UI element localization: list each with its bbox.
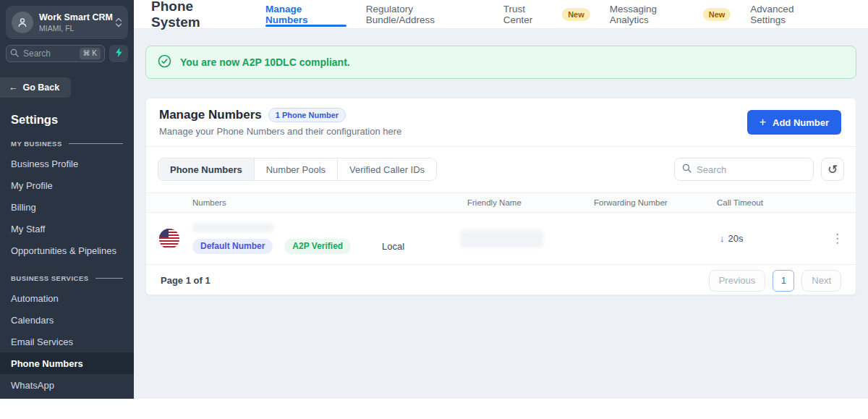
call-timeout-value: ↓ 20s [704,233,827,244]
tab-number-pools[interactable]: Number Pools [255,158,338,180]
refresh-button[interactable]: ↺ [821,158,844,181]
sidebar-search-input[interactable]: Search ⌘ K [6,45,105,62]
tab-trust-center[interactable]: Trust Center New [503,0,590,29]
sidebar: Work Smart CRM MIAMI, FL Search ⌘ K ← Go… [0,0,134,399]
search-icon [682,163,692,176]
header-tabs: Manage Numbers Regulatory Bundle/Address… [265,0,851,29]
sidebar-item-opportunities-pipelines[interactable]: Opportunities & Pipelines [0,240,134,261]
arrow-left-icon: ← [9,82,18,93]
sidebar-item-whatsapp[interactable]: WhatsApp [0,374,134,396]
table-search [674,158,814,181]
section-label-business-services: BUSINESS SERVICES [11,274,123,282]
go-back-label: Go Back [23,82,60,93]
card-subtitle: Manage your Phone Numbers and their conf… [159,126,401,137]
table-search-input[interactable] [697,164,806,175]
refresh-icon: ↺ [827,164,838,176]
compliance-success-banner: You are now A2P 10DLC compliant. [145,46,856,79]
new-badge: New [562,8,590,21]
pagination: Page 1 of 1 Previous 1 Next [146,265,856,295]
new-badge: New [703,8,731,21]
page-bottom [0,399,868,419]
topbar: Phone System Manage Numbers Regulatory B… [134,0,868,29]
sidebar-item-billing[interactable]: Billing [0,196,134,218]
tab-advanced-settings[interactable]: Advanced Settings [750,0,831,29]
section-label-my-business: MY BUSINESS [11,140,123,148]
sidebar-item-phone-numbers[interactable]: Phone Numbers [0,352,134,374]
card-header: Manage Numbers 1 Phone Number Manage you… [146,98,856,147]
page-number-button[interactable]: 1 [773,270,794,292]
sidebar-search-placeholder: Search [23,48,75,59]
column-forwarding-number: Forwarding Number [581,198,704,207]
page-title: Phone System [151,0,245,30]
settings-title: Settings [11,113,134,127]
default-number-badge: Default Number [192,239,273,254]
sidebar-item-business-profile[interactable]: Business Profile [0,153,134,174]
tab-verified-caller-ids[interactable]: Verified Caller IDs [338,158,436,180]
us-flag-icon [159,229,179,249]
workspace-avatar-icon [12,12,33,33]
check-circle-icon [158,54,171,71]
chevron-up-down-icon [115,17,122,28]
plus-icon: + [760,117,766,128]
section-divider [95,278,123,279]
sidebar-item-my-profile[interactable]: My Profile [0,174,134,196]
row-actions-menu-button[interactable]: ⋮ [827,229,848,247]
main-area: Phone System Manage Numbers Regulatory B… [134,0,868,399]
redacted-friendly-name [460,230,543,247]
tab-messaging-analytics[interactable]: Messaging Analytics New [610,0,731,29]
banner-message: You are now A2P 10DLC compliant. [180,56,350,68]
sidebar-item-automation[interactable]: Automation [0,287,134,309]
lightning-icon [115,48,123,59]
number-type-tabs: Phone Numbers Number Pools Verified Call… [158,158,437,181]
column-call-timeout: Call Timeout [704,198,827,207]
phone-number-count-badge: 1 Phone Number [268,108,346,122]
column-numbers: Numbers [146,198,454,207]
previous-page-button[interactable]: Previous [709,270,766,292]
sidebar-item-calendars[interactable]: Calendars [0,309,134,331]
card-title: Manage Numbers [159,108,262,122]
manage-numbers-card: Manage Numbers 1 Phone Number Manage you… [145,98,856,295]
tab-phone-numbers[interactable]: Phone Numbers [158,158,255,180]
tab-regulatory-bundle-address[interactable]: Regulatory Bundle/Address [366,0,484,29]
page-summary: Page 1 of 1 [161,275,210,286]
search-shortcut-badge: ⌘ K [80,48,101,59]
a2p-verified-badge: A2P Verified [284,239,351,254]
quick-actions-button[interactable] [109,45,128,62]
sidebar-item-email-services[interactable]: Email Services [0,331,134,352]
table-header: Numbers Friendly Name Forwarding Number … [146,192,856,213]
column-friendly-name: Friendly Name [454,198,581,207]
arrow-down-icon: ↓ [720,233,725,244]
section-divider [69,143,123,144]
search-icon [10,47,19,60]
next-page-button[interactable]: Next [801,270,841,292]
workspace-location: MIAMI, FL [39,24,109,33]
workspace-name: Work Smart CRM [39,12,109,22]
kebab-icon: ⋮ [831,232,843,245]
sidebar-item-my-staff[interactable]: My Staff [0,218,134,240]
table-toolbar: Phone Numbers Number Pools Verified Call… [158,158,844,181]
workspace-switcher[interactable]: Work Smart CRM MIAMI, FL [6,6,128,39]
redacted-phone-number [192,223,273,232]
tab-manage-numbers[interactable]: Manage Numbers [265,0,346,29]
go-back-button[interactable]: ← Go Back [0,77,71,98]
add-number-button[interactable]: + Add Number [747,110,841,135]
table-row: Default Number A2P Verified Local ↓ 20s … [146,213,856,265]
number-type: Local [382,241,404,252]
